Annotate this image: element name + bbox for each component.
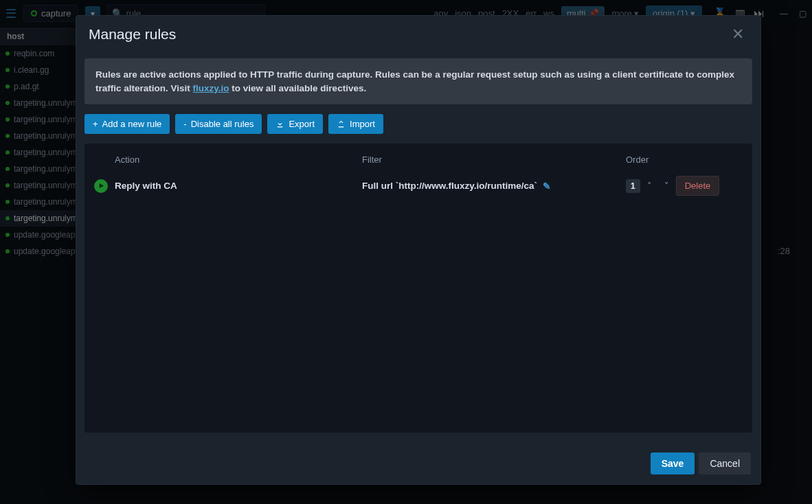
order-badge: 1 (626, 179, 640, 193)
order-down-icon[interactable]: ˅ (664, 181, 669, 191)
disable-all-button[interactable]: - Disable all rules (175, 114, 262, 134)
modal-title: Manage rules (89, 26, 176, 43)
import-button[interactable]: Import (328, 114, 383, 134)
col-order: Order (626, 154, 743, 165)
rule-action: Reply with CA (115, 181, 362, 191)
info-link[interactable]: fluxzy.io (193, 83, 229, 93)
order-up-icon[interactable]: ˄ (647, 181, 652, 191)
upload-icon (337, 119, 346, 128)
plus-icon: + (93, 119, 98, 129)
cancel-button[interactable]: Cancel (699, 453, 751, 474)
edit-icon[interactable]: ✎ (543, 181, 551, 192)
delete-button[interactable]: Delete (676, 176, 720, 196)
col-filter: Filter (362, 154, 626, 165)
minus-icon: - (183, 119, 186, 129)
close-icon[interactable]: ✕ (728, 25, 748, 43)
save-button[interactable]: Save (651, 453, 695, 474)
download-icon (275, 119, 284, 128)
add-rule-button[interactable]: + Add a new rule (84, 114, 170, 134)
play-icon[interactable] (94, 179, 108, 193)
info-banner: Rules are active actions applied to HTTP… (84, 58, 752, 104)
manage-rules-modal: Manage rules ✕ Rules are active actions … (76, 15, 761, 485)
export-button[interactable]: Export (267, 114, 323, 134)
col-action: Action (115, 154, 362, 165)
rule-row: Reply with CAFull url `http://www.fluxzy… (94, 172, 743, 200)
rule-filter: Full url `http://www.fluxzy.io/runtime/c… (362, 181, 626, 192)
rules-table: Action Filter Order Reply with CAFull ur… (84, 144, 752, 433)
